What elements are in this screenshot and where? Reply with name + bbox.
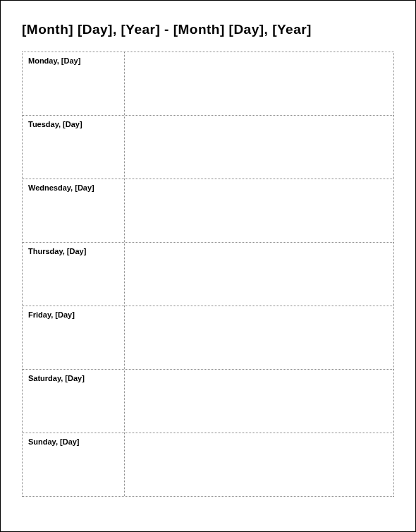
day-label-cell: Friday, [Day] (23, 306, 125, 369)
day-content-cell (125, 306, 393, 369)
day-content-cell (125, 116, 393, 179)
day-label-cell: Wednesday, [Day] (23, 179, 125, 242)
day-content-cell (125, 52, 393, 115)
day-label: Monday, [Day] (28, 56, 118, 65)
day-label-cell: Thursday, [Day] (23, 243, 125, 306)
day-label: Tuesday, [Day] (28, 120, 118, 128)
day-label-cell: Saturday, [Day] (23, 370, 125, 433)
day-content-cell (125, 370, 393, 433)
day-content-cell (125, 179, 393, 242)
day-row-friday: Friday, [Day] (23, 306, 393, 370)
date-range-title: [Month] [Day], [Year] - [Month] [Day], [… (22, 22, 394, 37)
day-label: Wednesday, [Day] (28, 183, 118, 192)
calendar-page: [Month] [Day], [Year] - [Month] [Day], [… (0, 0, 416, 532)
day-row-monday: Monday, [Day] (23, 52, 393, 116)
day-row-tuesday: Tuesday, [Day] (23, 116, 393, 179)
day-row-thursday: Thursday, [Day] (23, 243, 393, 306)
day-label-cell: Monday, [Day] (23, 52, 125, 115)
day-label-cell: Tuesday, [Day] (23, 116, 125, 179)
day-row-saturday: Saturday, [Day] (23, 370, 393, 433)
day-content-cell (125, 433, 393, 496)
day-row-wednesday: Wednesday, [Day] (23, 179, 393, 243)
day-row-sunday: Sunday, [Day] (23, 433, 393, 497)
day-label-cell: Sunday, [Day] (23, 433, 125, 496)
day-label: Saturday, [Day] (28, 374, 118, 382)
day-label: Sunday, [Day] (28, 437, 118, 446)
day-label: Thursday, [Day] (28, 247, 118, 255)
day-content-cell (125, 243, 393, 306)
week-grid: Monday, [Day] Tuesday, [Day] Wednesday, … (22, 52, 394, 497)
day-label: Friday, [Day] (28, 310, 118, 319)
